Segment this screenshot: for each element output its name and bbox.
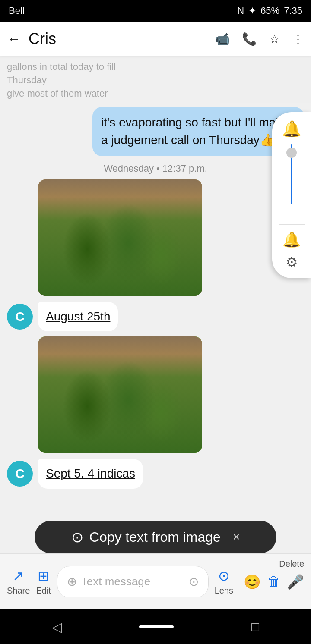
delete-icon[interactable]: 🗑 — [267, 574, 281, 590]
contact-avatar-2: C — [7, 461, 33, 487]
svg-rect-29 — [42, 345, 68, 367]
volume-track — [291, 144, 292, 204]
garden-photo-1 — [38, 179, 202, 296]
garden-photo-2 — [38, 336, 202, 453]
chat-area: it's evaporating so fast but I'll make a… — [0, 103, 311, 498]
svg-rect-1 — [38, 179, 202, 214]
incoming-bubble-2: Sept 5. 4 indicas — [38, 459, 143, 489]
battery-label: 65% — [260, 5, 279, 16]
edit-action[interactable]: ⊞ Edit — [36, 568, 51, 596]
phone-call-button[interactable]: 📞 — [242, 32, 257, 46]
sidebar-divider — [279, 224, 305, 225]
prev-line-1: gallons in total today to fill — [7, 60, 304, 74]
gear-icon[interactable]: ⚙ — [286, 254, 298, 270]
message-input-placeholder: Text message — [77, 575, 189, 588]
bell-bottom-icon[interactable]: 🔔 — [282, 231, 301, 248]
edit-label: Edit — [36, 586, 51, 596]
delete-label: Delete — [279, 559, 304, 569]
svg-rect-28 — [38, 341, 133, 375]
svg-rect-26 — [38, 336, 202, 453]
video-call-button[interactable]: 📹 — [215, 32, 230, 46]
svg-rect-2 — [64, 184, 142, 214]
svg-point-4 — [77, 184, 137, 279]
nav-bar: ← Cris 📹 📞 ☆ ⋮ — [0, 22, 311, 56]
share-action[interactable]: ↗ Share — [7, 568, 30, 596]
incoming-message-2: C Sept 5. 4 indicas — [7, 459, 304, 489]
svg-point-3 — [44, 192, 101, 279]
prev-line-2: Thursday — [7, 74, 304, 87]
nav-home-indicator[interactable] — [139, 625, 174, 628]
volume-slider[interactable] — [291, 144, 292, 213]
copy-text-banner[interactable]: ⊙ Copy text from image × — [35, 521, 276, 553]
photo-message-2[interactable] — [38, 336, 304, 453]
more-options-button[interactable]: ⋮ — [292, 32, 304, 46]
svg-point-34 — [51, 375, 94, 436]
bluetooth-icon: ✦ — [248, 5, 256, 16]
lens-action[interactable]: ⊙ Lens — [215, 568, 233, 596]
svg-point-33 — [165, 343, 202, 425]
back-button[interactable]: ← — [7, 31, 21, 47]
message-input-area[interactable]: ⊕ Text message ⊙ — [57, 566, 209, 598]
copy-banner-close-button[interactable]: × — [233, 530, 240, 544]
prev-line-3: give most of them water — [7, 87, 304, 101]
lens-icon: ⊙ — [218, 568, 230, 584]
incoming-bubble-1: August 25th — [38, 302, 118, 332]
delete-label-row: Delete — [0, 597, 311, 606]
toolbar-right-icons: 😊 🗑 🎤 — [244, 574, 304, 590]
notification-sidebar[interactable]: 🔔 🔔 ⚙ — [272, 112, 311, 278]
svg-rect-25 — [38, 279, 202, 296]
svg-point-32 — [135, 336, 178, 425]
lens-label: Lens — [215, 586, 233, 596]
svg-point-30 — [68, 336, 111, 427]
timestamp-label: Wednesday • 12:37 p.m. — [7, 163, 304, 174]
photo-1-image[interactable] — [38, 179, 202, 296]
nav-action-icons: 📹 📞 ☆ ⋮ — [215, 32, 304, 46]
input-right-icons-inside: ⊙ — [189, 575, 199, 589]
svg-rect-39 — [38, 423, 202, 453]
edit-icon: ⊞ — [38, 568, 49, 584]
nav-recents-button[interactable]: □ — [251, 619, 259, 634]
photo-message-1[interactable] — [38, 179, 304, 296]
contact-avatar-1: C — [7, 304, 33, 330]
contact-name: Cris — [29, 30, 215, 48]
input-left-icons: ⊕ — [67, 575, 77, 589]
prev-messages-preview: gallons in total today to fill Thursday … — [0, 56, 311, 103]
garden-svg-2 — [38, 336, 202, 453]
emoji-button[interactable]: 😊 — [244, 574, 261, 590]
nav-back-button[interactable]: ◁ — [52, 619, 62, 635]
add-icon[interactable]: ⊕ — [67, 575, 77, 589]
nfc-icon: N — [237, 5, 244, 16]
time-label: 7:35 — [284, 5, 302, 16]
share-label: Share — [7, 586, 30, 596]
copy-icon: ⊙ — [71, 528, 83, 546]
svg-rect-27 — [38, 336, 202, 375]
star-button[interactable]: ☆ — [269, 32, 280, 46]
lens-icon-input[interactable]: ⊙ — [189, 575, 199, 589]
incoming-message-1: C August 25th — [7, 302, 304, 332]
volume-thumb[interactable] — [286, 148, 297, 158]
carrier-label: Bell — [9, 5, 25, 16]
copy-banner-text: Copy text from image — [89, 529, 221, 545]
photo-2-image[interactable] — [38, 336, 202, 453]
svg-rect-0 — [38, 179, 202, 296]
bell-top-icon[interactable]: 🔔 — [282, 120, 301, 138]
svg-point-6 — [148, 197, 196, 279]
bottom-nav: ◁ □ — [0, 609, 311, 644]
svg-point-35 — [55, 380, 90, 431]
svg-point-31 — [101, 336, 148, 427]
outgoing-message: it's evaporating so fast but I'll make a… — [7, 107, 304, 156]
svg-point-5 — [116, 188, 168, 279]
garden-svg-1 — [38, 179, 202, 296]
status-bar: Bell N ✦ 65% 7:35 — [0, 0, 311, 22]
mic-button[interactable]: 🎤 — [287, 574, 304, 590]
share-icon: ↗ — [13, 568, 24, 584]
